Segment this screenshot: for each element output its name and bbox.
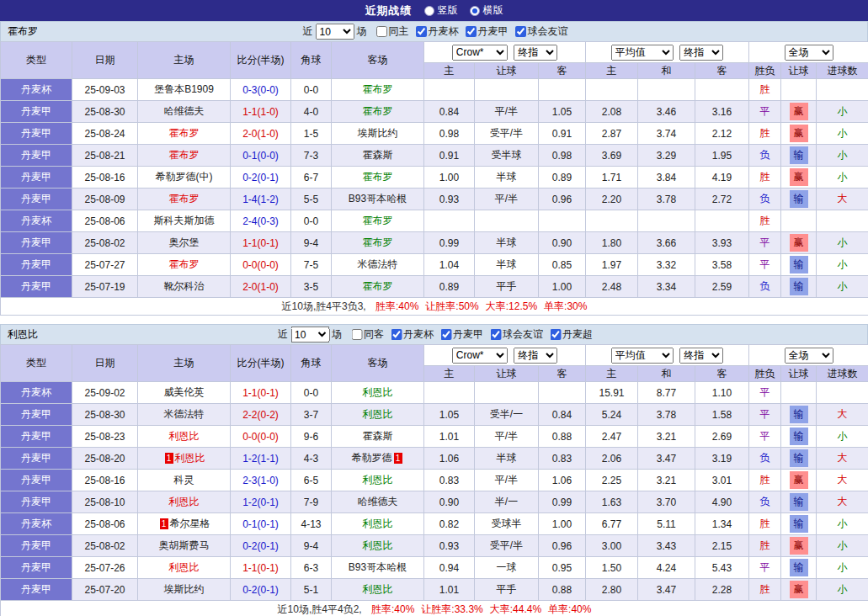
scope-select[interactable]: 全场 [785, 45, 833, 61]
team-name[interactable]: 霍布罗 [169, 193, 200, 204]
result-cell: 胜 [749, 167, 781, 189]
odds-final-select[interactable]: 终指 [514, 45, 557, 61]
filter-checkbox[interactable] [466, 26, 477, 37]
filter-同客[interactable]: 同客 [351, 327, 384, 342]
avg-cell-2: 1.58 [695, 404, 749, 426]
team-name[interactable]: 希勒罗德(中) [156, 171, 213, 183]
filter-checkbox[interactable] [391, 329, 402, 340]
team-name[interactable]: 利恩比 [363, 518, 393, 529]
score-cell: 1-1(0-1) [231, 232, 291, 254]
result-cell: 平 [749, 101, 781, 123]
team-name[interactable]: 哈维德夫 [164, 105, 205, 117]
summary-row: 近10场,胜4平3负3, 胜率:40%让胜率:50%大率:12.5%单率:30% [1, 298, 868, 316]
team-name[interactable]: 利恩比 [363, 474, 393, 486]
team-name[interactable]: 奥胡斯费马 [159, 539, 210, 551]
avg-cell-1 [638, 79, 695, 101]
team-name[interactable]: 霍布罗 [363, 215, 393, 226]
team-name[interactable]: 利恩比 [175, 452, 205, 464]
recent-count-select[interactable]: 10 [290, 327, 329, 343]
recent-count-select[interactable]: 10 [316, 24, 354, 40]
team-name[interactable]: 埃斯比约 [358, 127, 398, 139]
view-option-horizontal[interactable]: 横版 [470, 3, 503, 18]
filter-丹麦杯[interactable]: 丹麦杯 [391, 327, 434, 342]
filter-球会友谊[interactable]: 球会友谊 [490, 327, 543, 342]
league-cell: 丹麦甲 [1, 189, 72, 210]
team-name[interactable]: 霍布罗 [363, 105, 393, 117]
odds-final-select[interactable]: 终指 [514, 348, 557, 364]
matches-tbody-1: 丹麦杯25-09-02威美伦英1-1(0-1)0-0利恩比15.918.771.… [1, 382, 868, 601]
away-team-cell: B93哥本哈根 [332, 557, 424, 579]
team-name[interactable]: 利恩比 [363, 386, 393, 398]
team-name[interactable]: 霍布罗 [363, 171, 393, 183]
filter-checkbox[interactable] [416, 26, 427, 37]
filter-checkbox[interactable] [376, 26, 387, 37]
bookmaker-select[interactable]: Crow* [452, 45, 508, 61]
team-name[interactable]: 靴尔科治 [164, 280, 205, 292]
team-name[interactable]: 米德法特 [358, 258, 398, 270]
filter-checkbox[interactable] [440, 329, 451, 340]
filter-丹麦超[interactable]: 丹麦超 [550, 327, 593, 342]
avg-cell-1: 3.46 [638, 101, 695, 123]
result-cell: 平 [749, 557, 781, 579]
team-name[interactable]: 霍森斯 [363, 430, 393, 442]
filter-同主[interactable]: 同主 [376, 24, 409, 39]
average-final-select[interactable]: 终指 [679, 45, 723, 61]
avg-cell-2: 3.19 [695, 448, 749, 470]
scope-select[interactable]: 全场 [785, 348, 833, 364]
away-team-cell: 利恩比 [332, 579, 424, 601]
team-name[interactable]: 奥尔堡 [169, 236, 200, 248]
team-name[interactable]: 米德法特 [164, 408, 205, 420]
corners-cell: 4-3 [291, 448, 332, 470]
date-cell: 25-08-10 [72, 491, 138, 513]
team-name[interactable]: 霍布罗 [363, 83, 393, 95]
corners-cell: 9-4 [291, 535, 332, 557]
team-name[interactable]: 斯科夫斯加德 [154, 215, 215, 226]
subcol-handicap-result: 让球 [781, 63, 817, 79]
team-name[interactable]: 霍布罗 [363, 280, 393, 292]
filter-丹麦甲[interactable]: 丹麦甲 [440, 327, 483, 342]
team-name[interactable]: 希勒罗德 [352, 452, 392, 464]
team-name[interactable]: 霍布罗 [169, 149, 200, 161]
radio-checked-icon[interactable] [470, 6, 480, 16]
team-name[interactable]: 科灵 [174, 474, 194, 486]
average-select[interactable]: 平均值 [611, 348, 674, 364]
average-select[interactable]: 平均值 [611, 45, 674, 61]
radio-icon[interactable] [424, 6, 434, 16]
avg-cell-0: 2.25 [586, 470, 638, 491]
filter-checkbox[interactable] [550, 329, 561, 340]
summary-stat: 单率:30% [544, 300, 587, 312]
handicap-result-badge: 输 [790, 256, 808, 273]
team-name[interactable]: 霍布罗 [363, 236, 393, 248]
odds-cell-2: 0.96 [539, 535, 586, 557]
team-name[interactable]: 希尔星格 [170, 518, 210, 529]
team-name[interactable]: 利恩比 [363, 539, 393, 551]
col-corner: 角球 [291, 345, 332, 382]
team-name[interactable]: 利恩比 [169, 430, 200, 442]
team-name[interactable]: 哈维德夫 [358, 496, 398, 507]
average-final-select[interactable]: 终指 [679, 348, 723, 364]
subcol-odds-away: 客 [539, 63, 586, 79]
team-name[interactable]: 利恩比 [169, 496, 200, 507]
filter-丹麦甲[interactable]: 丹麦甲 [466, 24, 509, 39]
team-name[interactable]: 堡鲁本B1909 [154, 83, 214, 95]
bookmaker-select[interactable]: Crow* [452, 348, 508, 364]
team-name[interactable]: 威美伦英 [164, 386, 205, 398]
filter-checkbox[interactable] [351, 329, 362, 340]
filter-checkbox[interactable] [515, 26, 526, 37]
team-name[interactable]: 利恩比 [363, 583, 393, 595]
team-name[interactable]: 霍布罗 [169, 258, 200, 270]
result-cell: 负 [749, 145, 781, 167]
team-name[interactable]: 利恩比 [363, 408, 393, 420]
view-option-vertical[interactable]: 竖版 [424, 3, 458, 18]
team-name[interactable]: 埃斯比约 [164, 583, 205, 595]
team-name[interactable]: 霍布罗 [169, 127, 200, 139]
team-name[interactable]: B93哥本哈根 [349, 561, 407, 573]
odds-cell-1 [475, 210, 539, 232]
filter-球会友谊[interactable]: 球会友谊 [515, 24, 568, 39]
team-name[interactable]: 霍森斯 [363, 149, 393, 161]
team-name[interactable]: 利恩比 [169, 561, 200, 573]
odds-cell-2: 0.83 [539, 448, 586, 470]
team-name[interactable]: B93哥本哈根 [349, 193, 407, 204]
filter-checkbox[interactable] [490, 329, 501, 340]
filter-丹麦杯[interactable]: 丹麦杯 [416, 24, 459, 39]
